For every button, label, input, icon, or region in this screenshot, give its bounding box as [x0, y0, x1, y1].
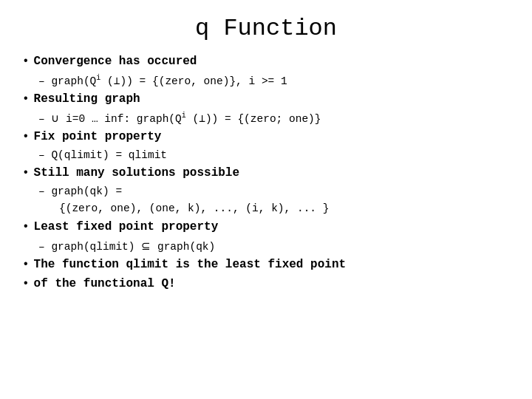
list-item: • Still many solutions possible: [22, 166, 510, 182]
list-item: • of the functional Q!: [22, 276, 510, 293]
sub-item: – Q(qlimit) = qlimit: [38, 149, 510, 163]
sub-item: – graph(qk) =: [38, 185, 510, 200]
sub-item: – ∪ i=0 … inf: graph(Qi (⊥)) = {(zero; o…: [38, 111, 510, 127]
bullet-icon: •: [22, 92, 30, 106]
slide: q Function • Convergence has occured – g…: [0, 0, 532, 399]
list-item: • Convergence has occured: [22, 54, 510, 70]
list-item: • The function qlimit is the least fixed…: [22, 257, 510, 273]
bullet-icon: •: [22, 258, 30, 271]
bullet-text: Fix point property: [34, 129, 162, 146]
sub-item: {(zero, one), (one, k), ..., (i, k), ...…: [59, 202, 510, 216]
bullet-icon: •: [22, 130, 30, 143]
bullet-text: Convergence has occured: [34, 54, 197, 70]
list-item: • Resulting graph: [22, 92, 510, 108]
bullet-text: of the functional Q!: [34, 276, 176, 293]
list-item: • Fix point property: [22, 129, 510, 146]
bullet-icon: •: [22, 55, 30, 68]
bullet-icon: •: [22, 166, 30, 180]
bullet-text: The function qlimit is the least fixed p…: [34, 257, 346, 273]
bullet-text: Still many solutions possible: [34, 166, 239, 182]
list-item: • Least fixed point property: [22, 219, 510, 236]
content-area: • Convergence has occured – graph(Qi (⊥)…: [22, 54, 510, 293]
sub-item: – graph(Qi (⊥)) = {(zero, one)}, i >= 1: [38, 73, 510, 89]
bullet-text: Least fixed point property: [34, 219, 219, 236]
slide-title: q Function: [22, 15, 510, 42]
bullet-icon: •: [22, 277, 30, 290]
bullet-icon: •: [22, 220, 30, 233]
sub-item: – graph(qlimit) ⊆ graph(qk): [38, 239, 510, 255]
bullet-text: Resulting graph: [34, 92, 140, 108]
